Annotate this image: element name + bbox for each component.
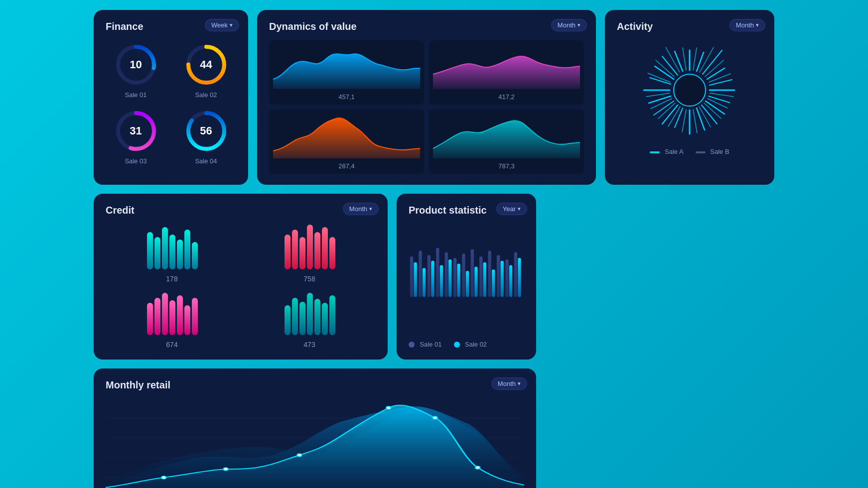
credit-val-4: 473 — [303, 341, 315, 349]
monthly-filter[interactable]: Month — [491, 377, 527, 390]
product-legend-sale01: Sale 01 — [409, 340, 442, 349]
gauge-label-sale03: Sale 03 — [125, 157, 146, 165]
svg-rect-107 — [505, 259, 508, 297]
gauge-circle-sale03: 31 — [114, 109, 158, 153]
svg-rect-83 — [322, 303, 328, 335]
svg-rect-104 — [492, 269, 495, 297]
legend-dot-b — [696, 151, 706, 153]
svg-rect-71 — [147, 303, 153, 335]
dynamics-value-1: 457,1 — [273, 93, 420, 101]
svg-rect-96 — [457, 264, 460, 297]
svg-rect-84 — [329, 295, 335, 335]
svg-point-8 — [674, 74, 706, 106]
svg-rect-65 — [292, 230, 298, 269]
svg-rect-103 — [488, 251, 491, 297]
legend-circle-02 — [454, 342, 460, 348]
credit-title: Credit — [106, 205, 135, 216]
svg-point-54 — [386, 406, 391, 409]
credit-charts: 178 — [106, 222, 376, 349]
credit-card: Credit Month — [94, 194, 388, 360]
activity-filter[interactable]: Month — [729, 19, 765, 31]
dynamics-chart-4: 787,3 — [429, 110, 584, 174]
dynamics-chart-3: 287,4 — [269, 110, 424, 174]
svg-line-12 — [707, 68, 724, 79]
svg-rect-72 — [154, 298, 160, 335]
dynamics-chart-2: 417,2 — [429, 40, 584, 105]
product-legend-sale02: Sale 02 — [454, 340, 487, 349]
svg-line-15 — [709, 96, 729, 103]
svg-rect-97 — [462, 253, 465, 297]
activity-sunburst — [617, 40, 762, 140]
svg-rect-85 — [410, 256, 413, 297]
credit-cell-1: 178 — [106, 222, 238, 283]
svg-line-29 — [693, 48, 697, 70]
svg-rect-68 — [314, 232, 320, 269]
svg-rect-99 — [471, 249, 474, 297]
svg-rect-70 — [329, 237, 335, 269]
gauge-label-sale01: Sale 01 — [125, 91, 146, 99]
svg-rect-90 — [431, 261, 434, 297]
dynamics-charts: 457,1 417,2 — [269, 40, 584, 174]
credit-cell-4: 473 — [243, 288, 376, 349]
svg-rect-61 — [177, 240, 183, 269]
gauge-value-sale04: 56 — [200, 124, 212, 137]
svg-line-20 — [675, 108, 683, 127]
gauge-label-sale02: Sale 02 — [195, 91, 217, 99]
svg-rect-87 — [419, 251, 422, 297]
legend-sale-b: Sale B — [696, 148, 729, 155]
svg-rect-100 — [474, 266, 477, 297]
svg-line-18 — [697, 108, 705, 130]
svg-line-41 — [651, 99, 672, 109]
product-filter[interactable]: Year — [496, 203, 527, 215]
svg-point-53 — [297, 454, 301, 457]
svg-line-16 — [706, 101, 724, 114]
finance-gauges: 10 Sale 01 — [106, 42, 236, 165]
dashboard: Finance Week 10 — [94, 10, 774, 488]
finance-filter[interactable]: Week — [205, 19, 239, 31]
credit-val-3: 674 — [166, 341, 177, 349]
product-legend-label-02: Sale 02 — [465, 341, 487, 348]
svg-rect-91 — [436, 248, 439, 297]
svg-rect-88 — [423, 268, 426, 297]
svg-point-55 — [433, 416, 437, 419]
credit-val-2: 758 — [303, 275, 315, 283]
svg-rect-98 — [466, 271, 469, 297]
product-legend: Sale 01 Sale 02 — [409, 340, 524, 349]
product-card: Product statistic Year — [397, 194, 536, 360]
gauge-label-sale04: Sale 04 — [195, 157, 217, 165]
legend-sale-a: Sale A — [650, 148, 683, 155]
dynamics-value-3: 287,4 — [273, 162, 420, 170]
gauge-circle-sale01: 10 — [114, 42, 158, 87]
svg-rect-108 — [509, 265, 512, 297]
gauge-sale01: 10 Sale 01 — [106, 42, 166, 99]
bottom-row: Monthly retail Month — [94, 194, 774, 488]
product-legend-label-01: Sale 01 — [420, 341, 441, 348]
svg-line-33 — [710, 93, 733, 97]
svg-rect-95 — [453, 258, 456, 297]
svg-rect-59 — [162, 227, 168, 269]
product-chart-area — [409, 225, 524, 336]
svg-line-10 — [697, 52, 704, 71]
svg-rect-79 — [292, 298, 298, 335]
svg-line-30 — [700, 47, 714, 72]
svg-rect-76 — [184, 305, 190, 335]
svg-rect-67 — [307, 225, 313, 269]
svg-rect-60 — [169, 235, 175, 269]
activity-card: Activity Month — [605, 10, 774, 185]
gauge-circle-sale02: 44 — [184, 42, 229, 87]
monthly-card: Monthly retail Month — [94, 368, 536, 488]
svg-point-51 — [161, 476, 166, 479]
svg-rect-101 — [479, 256, 482, 297]
dynamics-filter[interactable]: Month — [551, 19, 587, 31]
svg-line-34 — [708, 99, 727, 108]
svg-rect-66 — [299, 237, 305, 269]
svg-rect-73 — [162, 293, 168, 335]
monthly-title: Monthly retail — [106, 379, 170, 390]
svg-rect-82 — [314, 299, 320, 335]
svg-rect-62 — [184, 230, 190, 269]
gauge-sale04: 56 Sale 04 — [176, 109, 236, 165]
credit-filter[interactable]: Month — [343, 203, 379, 215]
legend-dot-a — [650, 151, 660, 153]
svg-line-42 — [646, 93, 670, 97]
svg-rect-105 — [497, 255, 500, 297]
